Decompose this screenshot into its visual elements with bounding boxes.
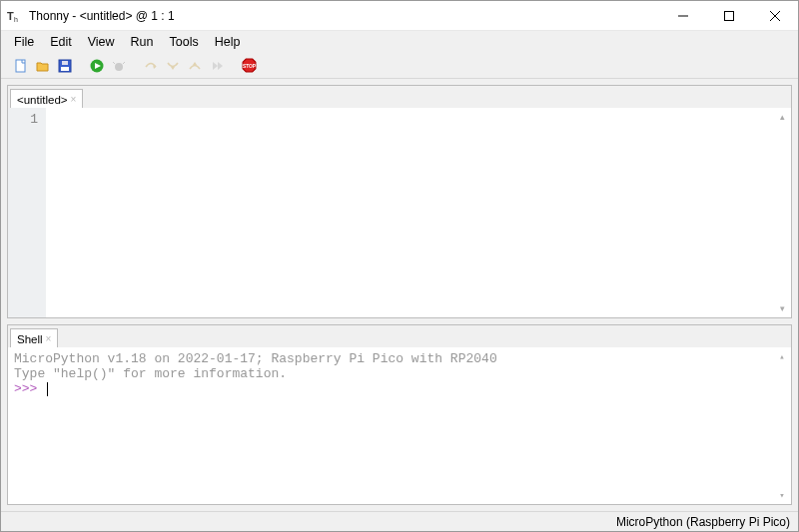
- svg-text:STOP: STOP: [242, 64, 256, 69]
- scroll-down-icon[interactable]: ▾: [776, 302, 788, 314]
- stop-button[interactable]: STOP: [239, 56, 259, 76]
- shell-pane: Shell × MicroPython v1.18 on 2022-01-17;…: [7, 324, 792, 505]
- new-file-button[interactable]: [11, 56, 31, 76]
- menu-tools[interactable]: Tools: [163, 33, 206, 51]
- editor-tabs: <untitled> ×: [8, 86, 791, 108]
- debug-button[interactable]: [109, 56, 129, 76]
- step-out-button[interactable]: [185, 56, 205, 76]
- save-file-button[interactable]: [55, 56, 75, 76]
- svg-rect-9: [62, 61, 68, 65]
- menu-help[interactable]: Help: [208, 33, 248, 51]
- svg-text:T: T: [7, 10, 14, 22]
- shell-output-line: MicroPython v1.18 on 2022-01-17; Raspber…: [14, 351, 785, 366]
- svg-rect-6: [16, 60, 25, 72]
- line-number: 1: [8, 112, 38, 127]
- resume-button[interactable]: [207, 56, 227, 76]
- window-controls: [660, 1, 798, 31]
- step-over-button[interactable]: [141, 56, 161, 76]
- shell-tab[interactable]: Shell ×: [10, 328, 58, 348]
- main-area: <untitled> × 1 ▴ ▾ Shell × MicroPython v…: [1, 79, 798, 511]
- close-icon[interactable]: ×: [71, 94, 77, 105]
- step-into-button[interactable]: [163, 56, 183, 76]
- shell-prompt: >>>: [14, 381, 45, 396]
- window-title: Thonny - <untitled> @ 1 : 1: [29, 9, 175, 23]
- editor-tab-label: <untitled>: [17, 94, 68, 106]
- maximize-button[interactable]: [706, 1, 752, 31]
- editor-body[interactable]: 1 ▴ ▾: [8, 108, 791, 317]
- run-button[interactable]: [87, 56, 107, 76]
- svg-rect-8: [61, 67, 69, 71]
- toolbar: STOP: [1, 53, 798, 79]
- editor-textarea[interactable]: [46, 108, 791, 317]
- minimize-button[interactable]: [660, 1, 706, 31]
- svg-line-14: [123, 62, 125, 64]
- shell-prompt-line[interactable]: >>>: [14, 381, 785, 396]
- editor-tab-untitled[interactable]: <untitled> ×: [10, 89, 83, 109]
- menu-run[interactable]: Run: [124, 33, 161, 51]
- svg-marker-16: [171, 67, 175, 70]
- svg-text:h: h: [14, 16, 18, 23]
- svg-marker-18: [213, 62, 218, 70]
- open-file-button[interactable]: [33, 56, 53, 76]
- svg-marker-19: [218, 62, 223, 70]
- menubar: File Edit View Run Tools Help: [1, 31, 798, 53]
- svg-line-13: [113, 62, 115, 64]
- shell-output-line: Type "help()" for more information.: [14, 366, 785, 381]
- svg-rect-3: [725, 11, 734, 20]
- shell-tab-label: Shell: [17, 333, 43, 345]
- shell-body[interactable]: MicroPython v1.18 on 2022-01-17; Raspber…: [8, 347, 791, 504]
- close-icon[interactable]: ×: [46, 333, 52, 344]
- svg-point-12: [115, 63, 123, 71]
- menu-view[interactable]: View: [81, 33, 122, 51]
- svg-marker-17: [193, 62, 197, 65]
- titlebar: Th Thonny - <untitled> @ 1 : 1: [1, 1, 798, 31]
- app-icon: Th: [7, 8, 23, 24]
- editor-gutter: 1: [8, 108, 46, 317]
- statusbar: MicroPython (Raspberry Pi Pico): [1, 511, 798, 531]
- scroll-up-icon[interactable]: ▴: [776, 111, 788, 123]
- scroll-up-icon[interactable]: ▴: [776, 350, 788, 362]
- scroll-down-icon[interactable]: ▾: [776, 489, 788, 501]
- text-cursor: [47, 382, 48, 396]
- close-button[interactable]: [752, 1, 798, 31]
- menu-file[interactable]: File: [7, 33, 41, 51]
- interpreter-selector[interactable]: MicroPython (Raspberry Pi Pico): [616, 515, 790, 529]
- menu-edit[interactable]: Edit: [43, 33, 79, 51]
- editor-pane: <untitled> × 1 ▴ ▾: [7, 85, 792, 318]
- shell-tabs: Shell ×: [8, 325, 791, 347]
